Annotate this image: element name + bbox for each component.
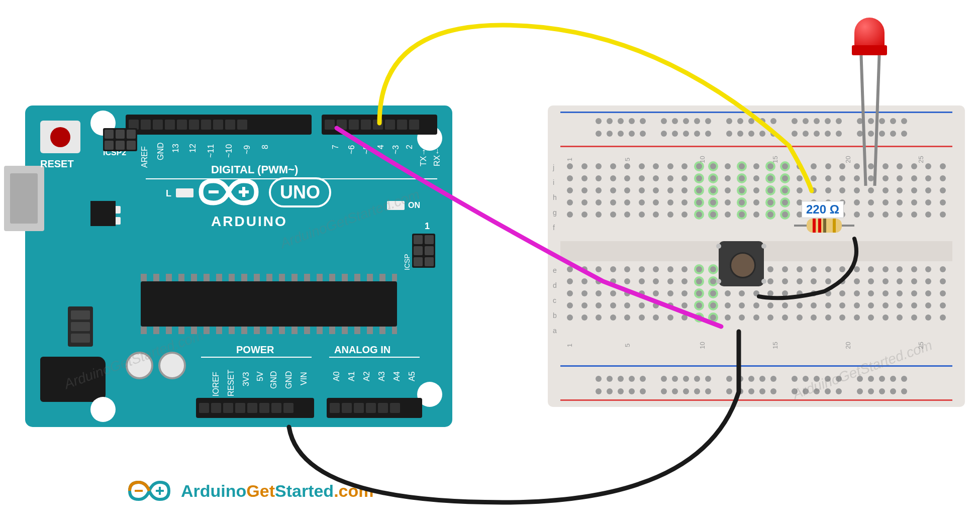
wire-layer	[0, 0, 980, 529]
wire-black-gnd	[289, 332, 739, 502]
wire-magenta	[337, 128, 721, 327]
wire-yellow	[379, 25, 812, 191]
wire-black-led	[759, 239, 856, 298]
